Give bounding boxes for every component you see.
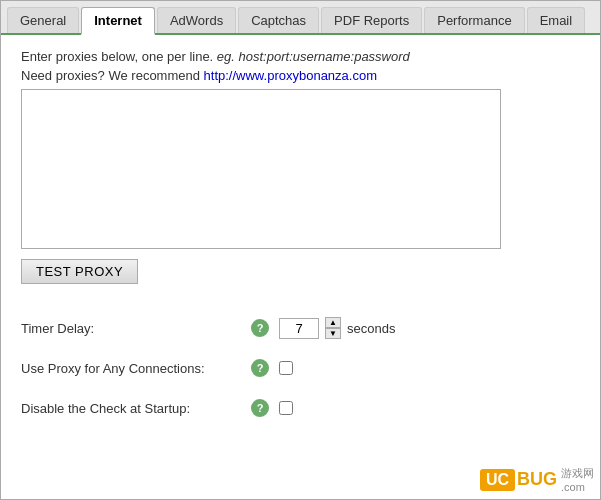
- proxy-description-line2: Need proxies? We recommend http://www.pr…: [21, 68, 580, 83]
- proxy-desc-text: Enter proxies below, one per line.: [21, 49, 213, 64]
- proxy-desc-italic: eg. host:port:username:password: [217, 49, 410, 64]
- setting-row-timer-delay: Timer Delay:?▲▼seconds: [21, 314, 580, 342]
- timer-input[interactable]: [279, 318, 319, 339]
- setting-row-use-proxy: Use Proxy for Any Connections:?: [21, 354, 580, 382]
- tab-performance[interactable]: Performance: [424, 7, 524, 33]
- checkbox-disable-check[interactable]: [279, 401, 293, 415]
- tab-email[interactable]: Email: [527, 7, 586, 33]
- proxy-textarea[interactable]: [21, 89, 501, 249]
- spinner-down-button[interactable]: ▼: [325, 328, 341, 339]
- proxy-description-line1: Enter proxies below, one per line. eg. h…: [21, 49, 580, 64]
- tab-internet[interactable]: Internet: [81, 7, 155, 35]
- tab-captchas[interactable]: Captchas: [238, 7, 319, 33]
- help-icon-timer-delay[interactable]: ?: [251, 319, 269, 337]
- content-area: Enter proxies below, one per line. eg. h…: [1, 35, 600, 499]
- setting-label-timer-delay: Timer Delay:: [21, 321, 251, 336]
- tab-pdf-reports[interactable]: PDF Reports: [321, 7, 422, 33]
- checkbox-use-proxy[interactable]: [279, 361, 293, 375]
- proxy-link[interactable]: http://www.proxybonanza.com: [204, 68, 377, 83]
- help-icon-use-proxy[interactable]: ?: [251, 359, 269, 377]
- test-proxy-button[interactable]: TEST PROXY: [21, 259, 138, 284]
- setting-label-use-proxy: Use Proxy for Any Connections:: [21, 361, 251, 376]
- timer-input-group: ▲▼seconds: [279, 317, 395, 339]
- tab-general[interactable]: General: [7, 7, 79, 33]
- tab-bar: GeneralInternetAdWordsCaptchasPDF Report…: [1, 1, 600, 35]
- spinner-group: ▲▼: [325, 317, 341, 339]
- help-icon-disable-check[interactable]: ?: [251, 399, 269, 417]
- spinner-up-button[interactable]: ▲: [325, 317, 341, 328]
- seconds-label: seconds: [347, 321, 395, 336]
- settings-section: Timer Delay:?▲▼secondsUse Proxy for Any …: [21, 314, 580, 422]
- setting-row-disable-check: Disable the Check at Startup:?: [21, 394, 580, 422]
- tab-adwords[interactable]: AdWords: [157, 7, 236, 33]
- setting-label-disable-check: Disable the Check at Startup:: [21, 401, 251, 416]
